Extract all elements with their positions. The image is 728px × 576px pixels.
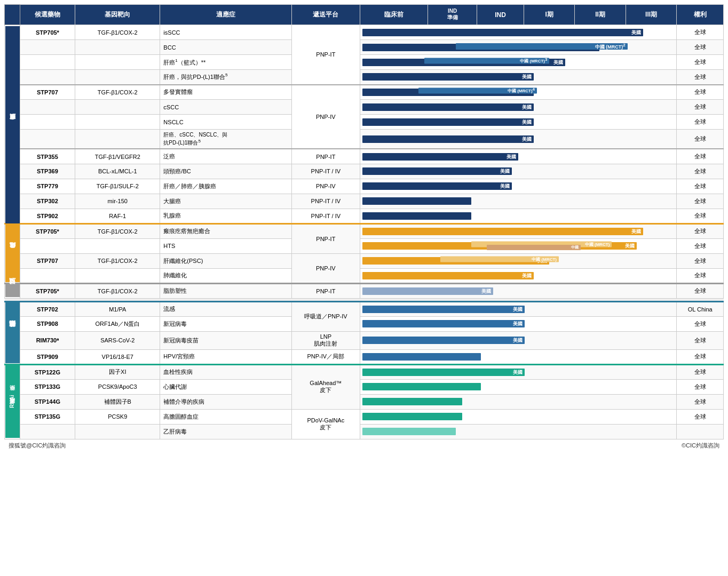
rights-7: 全球 <box>677 115 724 130</box>
drug-empty-4 <box>20 100 75 115</box>
delivery-stp369: PNP-IT / IV <box>292 164 360 179</box>
gene-empty-f2 <box>75 268 160 283</box>
delivery-stp705-m: PNP-IT <box>292 283 360 298</box>
gene-rim730: SARS-CoV-2 <box>75 331 160 349</box>
rights-12: 全球 <box>677 194 724 209</box>
table-row: 肝癌1（籃式）** 美國 中國 (MRCT)3 全球 <box>5 55 724 70</box>
rights-19: OL China <box>677 301 724 316</box>
indication-colon: 大腸癌 <box>160 194 292 209</box>
rights-8: 全球 <box>677 130 724 149</box>
rights-9: 全球 <box>677 149 724 164</box>
delivery-stp135g: PDoV-GalNAc皮下 <box>292 409 360 439</box>
ind-prep-header: IND準備 <box>428 5 477 25</box>
rights-13: 全球 <box>677 209 724 223</box>
gene-empty-3 <box>75 70 160 85</box>
rights-26: 全球 <box>677 409 724 424</box>
timeline-covid: 美國 <box>360 316 677 331</box>
delivery-stp902: PNP-IT / IV <box>292 209 360 223</box>
gene-stp705-f: TGF-β1/COX-2 <box>75 223 160 238</box>
delivery-stp909: PNP-IV／局部 <box>292 349 360 364</box>
drug-empty-g <box>20 424 75 439</box>
table-row: STP707 TGF-β1/COX-2 肝纖維化(PSC) PNP-IV 美國 … <box>5 253 724 268</box>
indication-liver-combo: 肝癌，與抗PD-(L)1聯合5 <box>160 70 292 85</box>
rights-2: 全球 <box>677 40 724 55</box>
rights-25: 全球 <box>677 394 724 409</box>
rights-21: 全球 <box>677 331 724 349</box>
rights-14: 全球 <box>677 223 724 238</box>
timeline-breast <box>360 209 677 223</box>
rights-5: 全球 <box>677 85 724 100</box>
drug-stp369: STP369 <box>20 164 75 179</box>
indication-pan: 泛癌 <box>160 149 292 164</box>
ind-header: IND <box>477 5 524 25</box>
indication-flu: 流感 <box>160 301 292 316</box>
delivery-header: 遞送平台 <box>292 5 360 25</box>
indication-isscc: isSCC <box>160 25 292 40</box>
delivery-stp707: PNP-IV <box>292 85 360 149</box>
table-row: 乙肝病毒 <box>5 424 724 439</box>
delivery-stp779: PNP-IV <box>292 179 360 194</box>
indication-hts: HTS <box>160 238 292 253</box>
drug-stp909: STP909 <box>20 349 75 364</box>
indication-thrombosis: 血栓性疾病 <box>160 364 292 379</box>
rights-3: 全球 <box>677 55 724 70</box>
drug-stp707: STP707 <box>20 85 75 100</box>
delivery-stp705-f: PNP-IT <box>292 223 360 253</box>
timeline-cscc: 美國 <box>360 100 677 115</box>
table-row: STP355 TGF-β1/VEGFR2 泛癌 PNP-IT 美國 全球 <box>5 149 724 164</box>
timeline-thrombosis: 美國 <box>360 364 677 379</box>
indication-nsclc: NSCLC <box>160 115 292 130</box>
timeline-pan: 美國 <box>360 149 677 164</box>
indication-scar: 瘢痕疙瘩無疤癒合 <box>160 223 292 238</box>
delivery-stp355: PNP-IT <box>292 149 360 164</box>
drug-stp302: STP302 <box>20 194 75 209</box>
rights-15: 全球 <box>677 238 724 253</box>
table-row: NSCLC 美國 全球 <box>5 115 724 130</box>
timeline-isscc: 美國 <box>360 25 677 40</box>
gene-1: TGF-β1/COX-2 <box>75 25 160 40</box>
delivery-stp122g: GalAhead™皮下 <box>292 364 360 409</box>
drug-empty-6 <box>20 130 75 149</box>
delivery-1: PNP-IT <box>292 25 360 85</box>
gene-stp779: TGF-β1/SULF-2 <box>75 179 160 194</box>
drug-empty-2 <box>20 55 75 70</box>
indication-liver1: 肝癌1（籃式）** <box>160 55 292 70</box>
gene-stp144g: 補體因子B <box>75 394 160 409</box>
gene-empty-6 <box>75 130 160 149</box>
gene-empty-4 <box>75 100 160 115</box>
table-row: cSCC 美國 全球 <box>5 100 724 115</box>
cat-infectious: 感染藥物 <box>5 301 20 364</box>
table-row: STP302 mir-150 大腸癌 PNP-IT / IV 全球 <box>5 194 724 209</box>
rights-22: 全球 <box>677 349 724 364</box>
drug-stp144g: STP144G <box>20 394 75 409</box>
drug-stp355: STP355 <box>20 149 75 164</box>
indication-complement: 補體介導的疾病 <box>160 394 292 409</box>
rights-17: 全球 <box>677 268 724 283</box>
table-row: STP369 BCL-xL/MCL-1 頭頸癌/BC PNP-IT / IV 美… <box>5 164 724 179</box>
phase2-header: II期 <box>575 5 626 25</box>
rights-6: 全球 <box>677 100 724 115</box>
timeline-fat: 美國 <box>360 283 677 298</box>
timeline-hpv <box>360 349 677 364</box>
timeline-complement <box>360 394 677 409</box>
drug-stp705-f: STP705* <box>20 223 75 238</box>
footer: 搜狐號@CIC灼識咨詢 ©CIC灼識咨詢 <box>4 439 724 452</box>
phase1-header: I期 <box>524 5 575 25</box>
drug-rim730: RIM730ᵃ <box>20 331 75 349</box>
indication-cholesterol: 高膽固醇血症 <box>160 409 292 424</box>
timeline-flu: 美國 <box>360 301 677 316</box>
timeline-cardiac <box>360 379 677 394</box>
drug-stp705-1: STP705* <box>20 25 75 40</box>
drug-stp908: STP908 <box>20 316 75 331</box>
pipeline-table: 候選藥物 基因靶向 適應症 遞送平台 臨床前 IND準備 IND I期 II期 … <box>4 4 724 439</box>
timeline-hnc: 美國 <box>360 164 677 179</box>
indication-hnc: 頭頸癌/BC <box>160 164 292 179</box>
gene-empty-1 <box>75 40 160 55</box>
footer-left: 搜狐號@CIC灼識咨詢 <box>9 442 66 450</box>
delivery-rim730: LNP肌肉注射 <box>292 331 360 349</box>
table-row: STP135G PCSK9 高膽固醇血症 PDoV-GalNAc皮下 全球 <box>5 409 724 424</box>
drug-stp135g: STP135G <box>20 409 75 424</box>
drug-stp902: STP902 <box>20 209 75 223</box>
table-row: 基因RNAi藥 STP122G 因子XI 血栓性疾病 GalAhead™皮下 美… <box>5 364 724 379</box>
table-row: 肺纖維化 美國 全球 <box>5 268 724 283</box>
